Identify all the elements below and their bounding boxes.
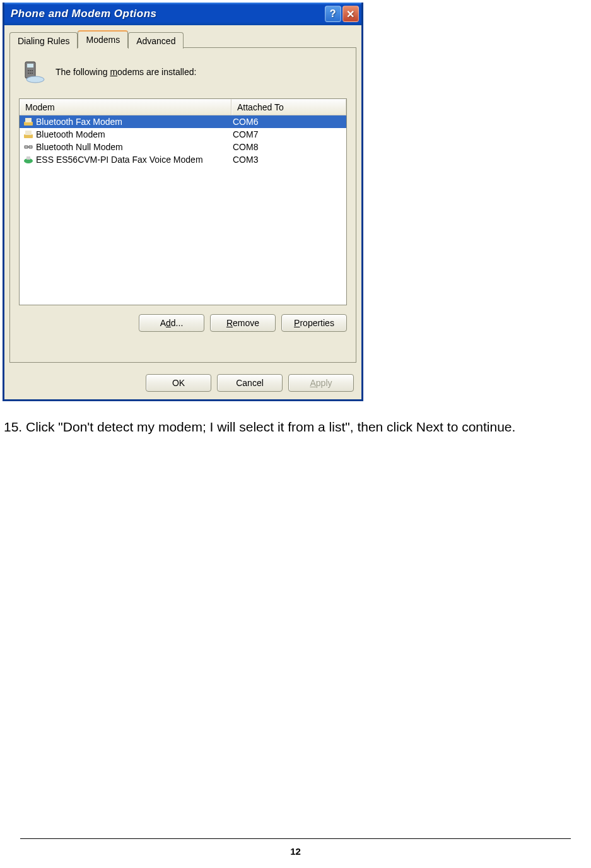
info-text-accelerator: m [110,67,117,77]
help-icon: ? [330,8,336,20]
info-row: The following modems are installed: [19,59,347,85]
modem-fax-icon [23,116,34,127]
apply-button[interactable]: Apply [288,374,354,392]
cancel-button[interactable]: Cancel [217,374,283,392]
phone-modem-dialog: Phone and Modem Options ? ✕ Dialing Rule… [3,3,363,401]
svg-point-6 [30,73,31,74]
listview-header: Modem Attached To [20,99,346,115]
instruction-step-15: 15. Click "Don't detect my modem; I will… [4,418,588,436]
list-item[interactable]: Bluetooth Fax Modem COM6 [20,115,346,128]
page-number: 12 [0,846,591,857]
svg-point-5 [28,73,29,74]
column-header-attached[interactable]: Attached To [231,99,346,115]
svg-point-3 [30,70,31,71]
list-item[interactable]: Bluetooth Null Modem COM8 [20,141,346,153]
list-item[interactable]: ESS ES56CVM-PI Data Fax Voice Modem COM3 [20,153,346,166]
list-item-port: COM3 [231,155,346,165]
list-item-port: COM6 [231,117,346,127]
list-item-port: COM8 [231,142,346,152]
list-item-name-cell: Bluetooth Modem [20,129,231,140]
properties-button[interactable]: Properties [281,314,347,332]
modem-null-icon [23,141,34,153]
svg-point-4 [32,70,33,71]
tab-modems[interactable]: Modems [78,30,128,48]
svg-rect-12 [25,131,32,135]
ok-button[interactable]: OK [146,374,211,392]
add-button[interactable]: Add... [139,314,204,332]
tab-advanced[interactable]: Advanced [128,32,184,49]
info-text-suffix: odems are installed: [117,67,196,77]
titlebar[interactable]: Phone and Modem Options ? ✕ [4,3,361,25]
dialog-body: Dialing Rules Modems Advanced [4,25,361,368]
listview-body: Bluetooth Fax Modem COM6 Bluetooth Modem… [20,115,346,166]
list-item[interactable]: Bluetooth Modem COM7 [20,128,346,141]
list-item-name-cell: ESS ES56CVM-PI Data Fax Voice Modem [20,154,231,165]
info-text-prefix: The following [56,67,110,77]
close-button[interactable]: ✕ [342,6,359,22]
list-item-name: Bluetooth Null Modem [36,142,123,152]
list-item-name: Bluetooth Fax Modem [36,117,122,127]
list-item-name-cell: Bluetooth Fax Modem [20,116,231,127]
info-text: The following modems are installed: [56,67,196,77]
modem-listview[interactable]: Modem Attached To Bluetooth Fax Modem CO… [19,98,347,305]
svg-rect-15 [26,156,30,160]
tab-strip: Dialing Rules Modems Advanced [9,30,356,48]
phone-modem-icon [21,59,47,85]
tab-content-modems: The following modems are installed: Mode… [9,47,356,363]
list-item-port: COM7 [231,129,346,139]
column-header-modem[interactable]: Modem [20,99,231,115]
list-item-name-cell: Bluetooth Null Modem [20,141,231,153]
page-footer-divider [20,838,571,839]
list-item-name: ESS ES56CVM-PI Data Fax Voice Modem [36,155,203,165]
titlebar-title: Phone and Modem Options [11,8,325,20]
svg-point-7 [32,73,33,74]
svg-point-8 [26,76,44,83]
dialog-footer: OK Cancel Apply [4,368,361,399]
help-button[interactable]: ? [325,6,341,22]
list-item-name: Bluetooth Modem [36,129,105,139]
remove-button[interactable]: Remove [210,314,276,332]
close-icon: ✕ [346,8,355,20]
modem-green-icon [23,154,34,165]
modem-bt-icon [23,129,34,140]
svg-point-2 [28,70,29,71]
tab-dialing-rules[interactable]: Dialing Rules [9,32,78,49]
svg-rect-10 [25,118,32,122]
inner-button-row: Add... Remove Properties [19,314,347,332]
svg-rect-1 [27,64,33,67]
titlebar-buttons: ? ✕ [325,6,359,22]
